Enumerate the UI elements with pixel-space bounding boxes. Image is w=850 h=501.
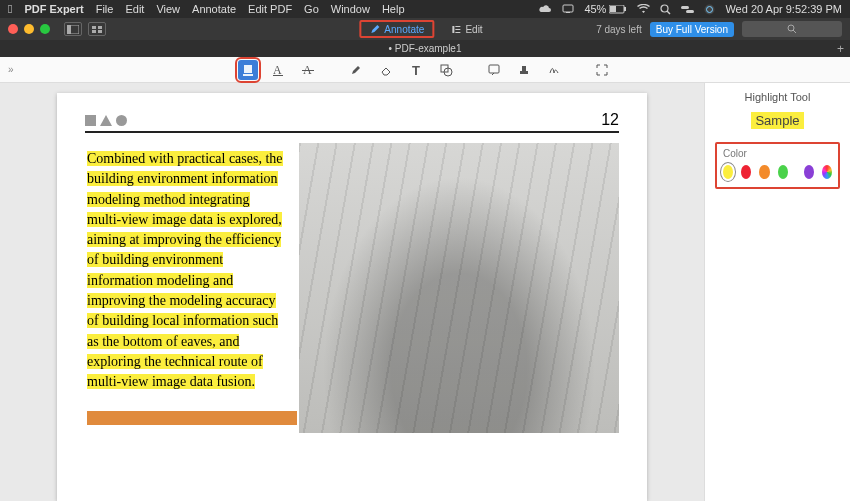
svg-rect-22 (302, 70, 314, 71)
svg-rect-8 (686, 10, 694, 13)
svg-rect-4 (624, 7, 626, 11)
document-tabs: • PDF-example1 + (0, 40, 850, 57)
svg-rect-13 (92, 26, 96, 29)
spotlight-icon[interactable] (660, 4, 671, 15)
apple-menu[interactable]:  (8, 2, 12, 16)
window-toolbar: Annotate Edit 7 days left Buy Full Versi… (0, 18, 850, 40)
fit-tool[interactable] (592, 60, 612, 80)
menu-file[interactable]: File (96, 3, 114, 15)
control-center-icon[interactable] (681, 5, 694, 14)
new-tab-button[interactable]: + (837, 42, 844, 56)
highlight-sample: Sample (715, 113, 840, 128)
menu-annotate[interactable]: Annotate (192, 3, 236, 15)
mac-menubar:  PDF Expert File Edit View Annotate Edi… (0, 0, 850, 18)
orange-divider (87, 411, 297, 425)
menu-window[interactable]: Window (331, 3, 370, 15)
annotate-mode-button[interactable]: Annotate (359, 20, 434, 38)
buy-full-version-button[interactable]: Buy Full Version (650, 22, 734, 37)
document-viewport[interactable]: 12 Combined with practical cases, the bu… (0, 83, 704, 501)
svg-rect-28 (522, 66, 526, 71)
svg-rect-1 (566, 12, 570, 13)
color-label: Color (723, 148, 832, 159)
menu-go[interactable]: Go (304, 3, 319, 15)
battery-percent: 45% (584, 3, 606, 15)
text-tool[interactable]: T (406, 60, 426, 80)
window-controls[interactable] (8, 24, 50, 34)
triangle-icon (100, 115, 112, 126)
close-window[interactable] (8, 24, 18, 34)
menu-edit[interactable]: Edit (125, 3, 144, 15)
svg-rect-15 (92, 30, 96, 33)
color-purple[interactable] (804, 165, 814, 179)
page-number: 12 (601, 111, 619, 129)
pen-tool[interactable] (346, 60, 366, 80)
color-section: Color (715, 142, 840, 189)
cloud-icon[interactable] (538, 4, 552, 14)
zoom-window[interactable] (40, 24, 50, 34)
svg-rect-3 (610, 6, 616, 12)
menu-view[interactable]: View (156, 3, 180, 15)
menu-help[interactable]: Help (382, 3, 405, 15)
siri-icon[interactable] (704, 4, 715, 15)
minimize-window[interactable] (24, 24, 34, 34)
main-area: 12 Combined with practical cases, the bu… (0, 83, 850, 501)
underline-tool[interactable]: A (268, 60, 288, 80)
clock[interactable]: Wed 20 Apr 9:52:39 PM (725, 3, 842, 15)
svg-text:A: A (273, 63, 282, 77)
square-icon (85, 115, 96, 126)
highlight-tool[interactable] (238, 60, 258, 80)
expand-panel-icon[interactable]: » (8, 64, 14, 75)
pdf-page: 12 Combined with practical cases, the bu… (57, 93, 647, 501)
highlighted-paragraph[interactable]: Combined with practical cases, the build… (87, 151, 283, 389)
svg-line-6 (667, 11, 670, 14)
page-photo (299, 143, 619, 433)
edit-label: Edit (465, 24, 482, 35)
svg-rect-27 (520, 71, 528, 74)
color-picker[interactable] (822, 165, 832, 179)
inspector-title: Highlight Tool (715, 91, 840, 103)
edit-mode-button[interactable]: Edit (442, 20, 490, 38)
color-red[interactable] (741, 165, 751, 179)
display-icon[interactable] (562, 4, 574, 14)
wifi-icon[interactable] (637, 4, 650, 14)
svg-rect-20 (273, 75, 283, 76)
battery-status[interactable]: 45% (584, 3, 627, 15)
svg-rect-12 (67, 25, 71, 34)
inspector-panel: Highlight Tool Sample Color (704, 83, 850, 501)
svg-point-5 (661, 5, 668, 12)
sidebar-toggle[interactable] (64, 22, 82, 36)
svg-line-18 (793, 30, 796, 33)
thumbnails-toggle[interactable] (88, 22, 106, 36)
search-field[interactable] (742, 21, 842, 37)
tab-current[interactable]: • PDF-example1 (389, 43, 462, 54)
strikethrough-tool[interactable]: A (298, 60, 318, 80)
svg-rect-16 (98, 30, 102, 33)
circle-icon (116, 115, 127, 126)
color-green[interactable] (778, 165, 788, 179)
svg-rect-26 (489, 65, 499, 73)
svg-rect-7 (681, 6, 689, 9)
eraser-tool[interactable] (376, 60, 396, 80)
menu-edit-pdf[interactable]: Edit PDF (248, 3, 292, 15)
svg-rect-14 (98, 26, 102, 29)
annotate-toolbar: » A A T (0, 57, 850, 83)
app-name[interactable]: PDF Expert (24, 3, 83, 15)
shape-tool[interactable] (436, 60, 456, 80)
page-header-shapes (85, 115, 127, 126)
svg-text:T: T (412, 63, 420, 77)
svg-rect-0 (563, 5, 573, 12)
color-yellow[interactable] (723, 165, 733, 179)
stamp-tool[interactable] (514, 60, 534, 80)
color-orange[interactable] (759, 165, 769, 179)
note-tool[interactable] (484, 60, 504, 80)
signature-tool[interactable] (544, 60, 564, 80)
annotate-label: Annotate (384, 24, 424, 35)
trial-days-left: 7 days left (596, 24, 642, 35)
